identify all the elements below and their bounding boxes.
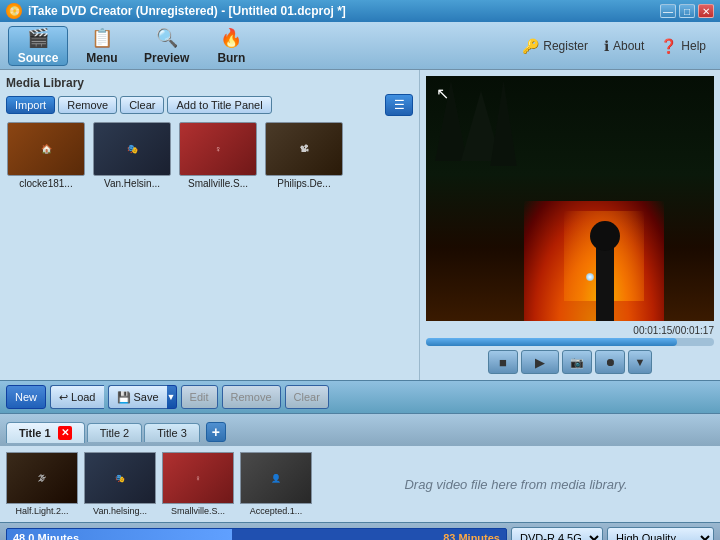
register-button[interactable]: 🔑 Register xyxy=(516,35,594,57)
video-preview: ↖ xyxy=(426,76,714,321)
list-item[interactable]: 📽 Philips.De... xyxy=(264,122,344,189)
save-dropdown-button[interactable]: ▼ xyxy=(167,385,177,409)
minimize-button[interactable]: — xyxy=(660,4,676,18)
media-library-title: Media Library xyxy=(6,76,413,90)
title-tab-1[interactable]: Title 1 ✕ xyxy=(6,422,85,443)
help-label: Help xyxy=(681,39,706,53)
clear-title-button: Clear xyxy=(285,385,329,409)
main-area: Media Library Import Remove Clear Add to… xyxy=(0,70,720,380)
remove-button[interactable]: Remove xyxy=(58,96,117,114)
title-item-label: Accepted.1... xyxy=(240,506,312,516)
preview-icon: 🔍 xyxy=(155,27,179,49)
quality-select[interactable]: High Quality Medium Quality Low Quality xyxy=(607,527,714,541)
save-label: Save xyxy=(134,391,159,403)
title-item-label: Smallville.S... xyxy=(162,506,234,516)
title-tab-2-label: Title 2 xyxy=(100,427,130,439)
edit-button: Edit xyxy=(181,385,218,409)
title-tab-1-close[interactable]: ✕ xyxy=(58,426,72,440)
title-bar-left: 📀 iTake DVD Creator (Unregistered) - [Un… xyxy=(6,3,346,19)
app-icon: 📀 xyxy=(6,3,22,19)
preview-background: ↖ xyxy=(426,76,714,321)
status-bar: 48.0 Minutes 83 Minutes DVD-R 4.5G DVD-R… xyxy=(0,522,720,540)
used-minutes-label: 48.0 Minutes xyxy=(13,532,79,541)
menu-tab[interactable]: 📋 Menu xyxy=(72,26,132,66)
clear-button[interactable]: Clear xyxy=(120,96,164,114)
remaining-minutes-label: 83 Minutes xyxy=(443,532,500,541)
list-item[interactable]: 🎭 Van.Helsin... xyxy=(92,122,172,189)
title-tab-3-label: Title 3 xyxy=(157,427,187,439)
list-item[interactable]: ♀ Smallville.S... xyxy=(162,452,234,516)
about-icon: ℹ xyxy=(604,38,609,54)
load-label: Load xyxy=(71,391,95,403)
list-item[interactable]: 🌫 Half.Light.2... xyxy=(6,452,78,516)
cursor-indicator: ↖ xyxy=(436,84,449,103)
media-item-label: clocke181... xyxy=(19,178,72,189)
media-item-label: Van.Helsin... xyxy=(104,178,160,189)
media-item-label: Smallville.S... xyxy=(188,178,248,189)
maximize-button[interactable]: □ xyxy=(679,4,695,18)
remove-title-button: Remove xyxy=(222,385,281,409)
save-button[interactable]: 💾 Save xyxy=(108,385,167,409)
save-icon: 💾 xyxy=(117,391,131,404)
about-button[interactable]: ℹ About xyxy=(598,35,650,57)
about-label: About xyxy=(613,39,644,53)
new-button[interactable]: New xyxy=(6,385,46,409)
media-library-panel: Media Library Import Remove Clear Add to… xyxy=(0,70,420,380)
progress-bar-area: 00:01:15/00:01:17 xyxy=(426,325,714,350)
progress-track[interactable] xyxy=(426,338,714,346)
main-toolbar: 🎬 Source 📋 Menu 🔍 Preview 🔥 Burn 🔑 Regis… xyxy=(0,22,720,70)
import-button[interactable]: Import xyxy=(6,96,55,114)
media-grid: 🏠 clocke181... 🎭 Van.Helsin... ♀ Smallvi… xyxy=(6,122,413,374)
title-tabs-section: Title 1 ✕ Title 2 Title 3 + 🌫 Half.Light… xyxy=(0,414,720,522)
media-item-label: Philips.De... xyxy=(277,178,330,189)
list-item[interactable]: 👤 Accepted.1... xyxy=(240,452,312,516)
disc-type-select[interactable]: DVD-R 4.5G DVD-R 4.7G DVD+R DVD-RW xyxy=(511,527,603,541)
add-to-title-button[interactable]: Add to Title Panel xyxy=(167,96,271,114)
load-button[interactable]: ↩ Load xyxy=(50,385,103,409)
bottom-toolbar: New ↩ Load 💾 Save ▼ Edit Remove Clear xyxy=(0,380,720,414)
close-button[interactable]: ✕ xyxy=(698,4,714,18)
usage-progress-bar: 48.0 Minutes 83 Minutes xyxy=(6,528,507,541)
list-item[interactable]: 🏠 clocke181... xyxy=(6,122,86,189)
load-icon: ↩ xyxy=(59,391,68,404)
title-content: 🌫 Half.Light.2... 🎭 Van.helsing... ♀ Sma… xyxy=(0,446,720,522)
preview-tab[interactable]: 🔍 Preview xyxy=(136,26,197,66)
title-drop-hint: Drag video file here from media library. xyxy=(318,452,714,516)
register-label: Register xyxy=(543,39,588,53)
add-title-button[interactable]: + xyxy=(206,422,226,442)
window-title: iTake DVD Creator (Unregistered) - [Unti… xyxy=(28,4,346,18)
burn-icon: 🔥 xyxy=(219,27,243,49)
title-item-label: Van.helsing... xyxy=(84,506,156,516)
preview-panel: ↖ 00:01:15/00:01:17 ■ ▶ 📷 ⏺ ▼ xyxy=(420,70,720,380)
media-library-toolbar: Import Remove Clear Add to Title Panel ☰ xyxy=(6,94,413,116)
source-icon: 🎬 xyxy=(26,27,50,49)
menu-label: Menu xyxy=(86,51,117,65)
play-button[interactable]: ▶ xyxy=(521,350,559,374)
screenshot-button[interactable]: 📷 xyxy=(562,350,592,374)
burn-tab[interactable]: 🔥 Burn xyxy=(201,26,261,66)
title-item-label: Half.Light.2... xyxy=(6,506,78,516)
title-tabs: Title 1 ✕ Title 2 Title 3 + xyxy=(0,414,720,446)
preview-label: Preview xyxy=(144,51,189,65)
time-label: 00:01:15/00:01:17 xyxy=(426,325,714,336)
help-button[interactable]: ❓ Help xyxy=(654,35,712,57)
expand-button[interactable]: ▼ xyxy=(628,350,652,374)
stop-button[interactable]: ■ xyxy=(488,350,518,374)
title-tab-2[interactable]: Title 2 xyxy=(87,423,143,442)
playback-controls: ■ ▶ 📷 ⏺ ▼ xyxy=(426,350,714,374)
source-tab[interactable]: 🎬 Source xyxy=(8,26,68,66)
list-item[interactable]: ♀ Smallville.S... xyxy=(178,122,258,189)
title-tab-1-label: Title 1 xyxy=(19,426,51,438)
list-item[interactable]: 🎭 Van.helsing... xyxy=(84,452,156,516)
title-tab-3[interactable]: Title 3 xyxy=(144,423,200,442)
window-controls: — □ ✕ xyxy=(660,4,714,18)
help-icon: ❓ xyxy=(660,38,677,54)
burn-label: Burn xyxy=(217,51,245,65)
record-button[interactable]: ⏺ xyxy=(595,350,625,374)
list-view-button[interactable]: ☰ xyxy=(385,94,413,116)
title-thumbs: 🌫 Half.Light.2... 🎭 Van.helsing... ♀ Sma… xyxy=(6,452,312,516)
progress-fill xyxy=(426,338,677,346)
register-icon: 🔑 xyxy=(522,38,539,54)
title-bar: 📀 iTake DVD Creator (Unregistered) - [Un… xyxy=(0,0,720,22)
source-label: Source xyxy=(18,51,59,65)
